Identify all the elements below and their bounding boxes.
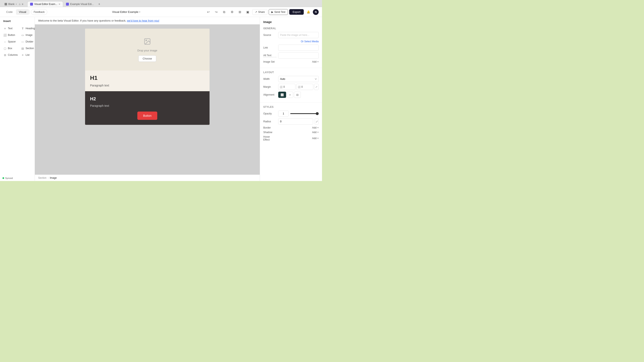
align-center-button[interactable]: +: [287, 92, 293, 98]
sidebar-item-spacer[interactable]: ↕ Spacer: [2, 38, 19, 45]
beta-banner-link[interactable]: we'd love to hear from you!: [127, 19, 159, 22]
divider-2: [260, 102, 322, 103]
send-test-button[interactable]: ▶ Send Test: [269, 9, 288, 15]
border-label: Border: [263, 126, 276, 129]
panel-section-general: General Source Or Select Media Link Alt …: [260, 25, 322, 66]
tab-visual-editor-close[interactable]: ✕: [58, 3, 60, 5]
radius-input[interactable]: [278, 118, 313, 125]
share-button[interactable]: ↗ Share: [252, 9, 268, 15]
right-panel-title: Image: [260, 17, 322, 25]
align-right-button[interactable]: ⊟: [294, 92, 301, 98]
settings-button[interactable]: ⚙: [229, 9, 235, 15]
tab-blank-chevron: ▾: [16, 3, 17, 5]
divider-icon: —: [21, 40, 24, 43]
box-icon: ▢: [3, 47, 7, 50]
redo-button[interactable]: ↪: [213, 9, 220, 15]
image-set-label: Image Set: [263, 60, 276, 63]
sidebar-item-box[interactable]: ▢ Box: [2, 45, 19, 52]
sidebar-grid: ≡ Text T Heading ⬜ Button ▭ Image ↕ Sp: [0, 24, 35, 59]
margin-left-wrap[interactable]: ⬜ 0: [278, 84, 296, 90]
tab-feedback[interactable]: Feedback: [31, 9, 47, 15]
margin-expand-icon: ⤢: [315, 85, 318, 88]
margin-right-wrap[interactable]: ⬜ 0: [296, 84, 314, 90]
page-name[interactable]: Visual Editor Example ▾: [112, 10, 140, 13]
svg-point-1: [146, 40, 147, 41]
user-avatar[interactable]: N: [313, 9, 319, 15]
source-row: Source: [263, 32, 319, 38]
new-tab-button[interactable]: +: [96, 1, 102, 7]
shadow-row: Shadow Add +: [263, 131, 319, 134]
sidebar-item-section[interactable]: ▤ Section: [19, 45, 36, 52]
opacity-row: Opacity: [263, 110, 319, 117]
canvas-button[interactable]: Button: [137, 111, 157, 120]
alt-text-input[interactable]: [278, 52, 319, 59]
link-input[interactable]: [278, 44, 319, 51]
button-icon: ⬜: [3, 33, 7, 37]
sidebar-item-text[interactable]: ≡ Text: [2, 25, 19, 32]
margin-inputs: ⬜ 0 ⬜ 0 ⤢: [278, 84, 319, 90]
image-icon: ▭: [21, 33, 24, 37]
source-input[interactable]: [278, 32, 319, 38]
undo-button[interactable]: ↩: [205, 9, 212, 15]
margin-expand-wrap[interactable]: ⤢: [314, 84, 319, 90]
tab-example[interactable]: Example Visual Edi...: [64, 1, 96, 7]
sidebar-item-list[interactable]: ≡ List: [19, 52, 36, 58]
example-tab-icon: [66, 3, 69, 5]
align-left-button[interactable]: ⬜: [278, 92, 286, 98]
sidebar-item-heading[interactable]: T Heading: [19, 25, 36, 32]
toolbar-center: Visual Editor Example ▾: [49, 10, 203, 13]
sidebar-item-button[interactable]: ⬜ Button: [2, 32, 19, 38]
choose-button[interactable]: Choose: [138, 55, 156, 62]
image-drop-zone[interactable]: Drop your image Choose: [85, 29, 210, 70]
layout-section-title: Layout: [263, 71, 319, 74]
image-placeholder-icon: [143, 37, 152, 46]
tab-code[interactable]: Code: [3, 9, 16, 15]
breadcrumb-image[interactable]: Image: [50, 176, 57, 179]
margin-label: Margin: [263, 85, 276, 88]
list-icon: ≡: [21, 53, 24, 57]
width-select[interactable]: Auto: [278, 76, 319, 82]
synced-indicator: Synced: [0, 175, 35, 181]
blank-tab-icon: [4, 3, 7, 5]
alignment-group: ⬜ + ⊟: [278, 92, 319, 98]
tab-visual-editor[interactable]: Visual Editor Exam... ✕: [28, 1, 63, 7]
preview-button[interactable]: ▣: [244, 9, 251, 15]
toolbar-right: ↩ ↪ ⧉ ⚙ ⊞ ▣ ↗ Share ▶ Send Test Export 🔔…: [205, 9, 319, 15]
text-icon: ≡: [3, 27, 7, 30]
source-label: Source: [263, 33, 276, 36]
paragraph-text-1: Paragraph text: [90, 84, 204, 87]
editor-tabs: Code Visual Feedback: [3, 9, 47, 15]
breadcrumb: Section › Image: [35, 175, 260, 181]
clipboard-button[interactable]: ⧉: [221, 9, 228, 15]
border-add-btn[interactable]: Add +: [312, 126, 319, 129]
notification-button[interactable]: 🔔: [305, 9, 312, 15]
nav-menu-icon[interactable]: ≡: [22, 3, 23, 5]
send-icon: ▶: [272, 10, 273, 13]
synced-dot: [2, 177, 4, 179]
filter-button[interactable]: ⊞: [236, 9, 243, 15]
hover-effect-add-btn[interactable]: Add +: [312, 137, 319, 140]
heading-icon: T: [21, 27, 24, 30]
margin-right-icon: ⬜: [298, 86, 301, 88]
left-sidebar: Insert ≡ Text T Heading ⬜ Button ▭ Image: [0, 17, 35, 181]
nav-home-icon[interactable]: ⌂: [19, 2, 20, 5]
sidebar-title: Insert: [0, 17, 35, 24]
visual-editor-tab-icon: [30, 3, 33, 5]
sidebar-item-image[interactable]: ▭ Image: [19, 32, 36, 38]
tab-blank-label: Blank: [8, 3, 14, 5]
radius-expand-button[interactable]: ⤢: [315, 118, 319, 125]
or-select-media-link[interactable]: Or Select Media: [301, 40, 319, 43]
canvas-wrapper: Drop your image Choose H1 Paragraph text…: [35, 24, 260, 181]
opacity-slider[interactable]: [290, 113, 319, 114]
tab-blank[interactable]: Blank ▾ ⌂ ≡: [2, 1, 27, 7]
export-button[interactable]: Export: [289, 9, 304, 15]
tab-separator: [30, 10, 30, 14]
sidebar-item-columns[interactable]: ⊞ Columns: [2, 52, 19, 58]
breadcrumb-section[interactable]: Section: [38, 176, 46, 179]
shadow-add-btn[interactable]: Add +: [312, 131, 319, 134]
sidebar-item-divider[interactable]: — Divider: [19, 38, 36, 45]
tab-visual[interactable]: Visual: [16, 9, 29, 15]
image-set-add-btn[interactable]: Add +: [312, 60, 319, 63]
email-canvas: Drop your image Choose H1 Paragraph text…: [85, 29, 210, 125]
opacity-input[interactable]: [278, 110, 288, 117]
